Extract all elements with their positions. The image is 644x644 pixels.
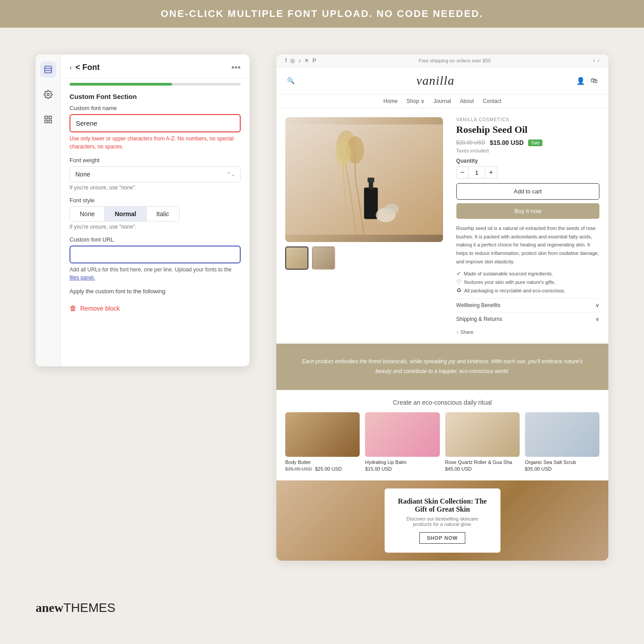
- font-style-normal-btn[interactable]: Normal: [105, 207, 146, 221]
- editor-panel: ‹ < Font ••• Custom Font Section: [36, 54, 250, 366]
- custom-font-name-hint: Use only lower or upper characters from …: [70, 135, 241, 151]
- url-hint: Add all URLs for this font here, one per…: [70, 266, 241, 282]
- product-features: ✓Made of sustainable sourced ingredients…: [456, 270, 599, 294]
- svg-rect-12: [364, 188, 378, 219]
- product-images: [285, 117, 443, 335]
- quantity-value: 1: [469, 166, 485, 179]
- sidebar-icon-settings[interactable]: [40, 86, 56, 103]
- social-facebook[interactable]: f: [285, 57, 287, 64]
- store-search-icon[interactable]: 🔍: [287, 77, 295, 84]
- nav-cart-icon[interactable]: 🛍: [591, 77, 598, 85]
- font-style-none-btn[interactable]: None: [70, 207, 105, 221]
- nav-account-icon[interactable]: 👤: [576, 77, 585, 85]
- font-style-hint: If you're unsure, use "none".: [70, 224, 241, 230]
- topbar-arrow-left[interactable]: ‹: [593, 57, 595, 64]
- accordion-wellbeing-chevron: ∨: [595, 302, 599, 308]
- font-style-label: Font style: [70, 197, 241, 204]
- panel-main: ‹ < Font ••• Custom Font Section: [61, 54, 250, 366]
- social-pinterest[interactable]: P: [312, 57, 316, 64]
- nav-contact[interactable]: Contact: [483, 98, 501, 104]
- custom-font-name-label: Custom font name: [70, 105, 241, 111]
- product-card-img-1: [285, 412, 360, 457]
- share-icon: ↑: [456, 329, 459, 335]
- accordion-shipping[interactable]: Shipping & Returns ∨: [456, 312, 599, 326]
- back-arrow[interactable]: ‹: [70, 64, 72, 72]
- store-topbar: f ◎ ♪ ✕ P Free shipping on orders over $…: [276, 54, 608, 67]
- store-subnav: Home Shop ∨ Journal About Contact: [276, 94, 608, 108]
- svg-rect-6: [45, 120, 47, 123]
- custom-font-name-input[interactable]: [70, 114, 241, 132]
- custom-font-section-title: Custom Font Section: [61, 86, 250, 105]
- share-link[interactable]: ↑ Share: [456, 326, 599, 335]
- bottom-hero-subtitle: Discover our bestselling skincare produc…: [397, 516, 488, 527]
- custom-font-url-input[interactable]: [70, 246, 241, 263]
- buy-now-button[interactable]: Buy it now: [456, 203, 599, 219]
- topbar-arrow-right[interactable]: ›: [598, 57, 599, 64]
- product-card-name-4: Organic Sea Salt Scrub: [525, 459, 599, 465]
- sidebar-icon-grid[interactable]: [40, 111, 56, 127]
- custom-font-url-field: Custom font URL Add all URLs for this fo…: [61, 236, 250, 288]
- font-style-italic-btn[interactable]: Italic: [147, 207, 179, 221]
- bottom-hero-card: Radiant Skin Collection: The Gift of Gre…: [385, 488, 500, 553]
- add-to-cart-button[interactable]: Add to cart: [456, 183, 599, 200]
- product-thumb-2[interactable]: [312, 246, 335, 270]
- product-card-img-3: [445, 412, 520, 457]
- product-feature-2: ♡Nurtures your skin with pure nature's g…: [456, 279, 599, 285]
- qty-increase-btn[interactable]: +: [485, 166, 497, 179]
- bottom-hero-shop-btn[interactable]: SHOP NOW: [419, 532, 466, 544]
- accordion-wellbeing[interactable]: Wellbeing Benefits ∨: [456, 298, 599, 312]
- products-grid-title: Create an eco-conscious daily ritual: [285, 399, 599, 406]
- font-weight-hint: If you're unsure, use "none".: [70, 185, 241, 191]
- store-social-icons: f ◎ ♪ ✕ P: [285, 57, 316, 64]
- font-weight-select-wrapper: None 100 200 300 400 700 900: [70, 166, 241, 182]
- product-card-2[interactable]: Hydrating Lip Balm $15.00 USD: [365, 412, 439, 472]
- sidebar-icon-layers[interactable]: [40, 62, 56, 78]
- brand-name: anewTHEMES: [36, 601, 115, 615]
- product-card-new-2: $15.00 USD: [365, 466, 392, 472]
- product-info: VANILLA COSMETICS Rosehip Seed Oil $20.0…: [452, 117, 599, 335]
- product-feature-3: ♻All packaging is recyclable and eco-con…: [456, 287, 599, 294]
- quantity-label: Quantity: [456, 158, 599, 164]
- product-price-old: $20.00 USD: [456, 139, 485, 146]
- products-grid: Body Butter $35.00 USD $25.00 USD Hydrat…: [285, 412, 599, 472]
- font-weight-select[interactable]: None 100 200 300 400 700 900: [70, 166, 241, 182]
- pampas-svg: [285, 117, 443, 242]
- product-card-3[interactable]: Rose Quartz Roller & Gua Sha $45.00 USD: [445, 412, 520, 472]
- product-card-new-3: $45.00 USD: [445, 466, 472, 472]
- product-description: Rosehip seed oil is a natural oil extrac…: [456, 224, 599, 266]
- product-thumbnails: [285, 246, 443, 270]
- nav-about[interactable]: About: [460, 98, 474, 104]
- nav-journal[interactable]: Journal: [434, 98, 451, 104]
- bottom-hero-title: Radiant Skin Collection: The Gift of Gre…: [397, 497, 488, 513]
- store-nav: 🔍 vanilla 👤 🛍: [276, 67, 608, 94]
- social-x[interactable]: ✕: [304, 57, 309, 64]
- product-card-1[interactable]: Body Butter $35.00 USD $25.00 USD: [285, 412, 360, 472]
- product-card-new-4: $35.00 USD: [525, 466, 552, 472]
- product-card-name-1: Body Butter: [285, 459, 360, 465]
- products-grid-section: Create an eco-conscious daily ritual Bod…: [276, 390, 608, 480]
- panel-menu-dots[interactable]: •••: [231, 62, 241, 73]
- remove-block-btn[interactable]: 🗑 Remove block: [61, 299, 250, 320]
- svg-rect-8: [285, 124, 443, 235]
- apply-hint: Apply the custom font to the following: [61, 288, 250, 299]
- files-panel-link[interactable]: files panel.: [70, 275, 95, 281]
- social-instagram[interactable]: ◎: [290, 57, 295, 64]
- product-feature-1: ✓Made of sustainable sourced ingredients…: [456, 270, 599, 277]
- product-tax-info: Taxes included.: [456, 148, 599, 153]
- product-thumb-1[interactable]: [285, 246, 308, 270]
- panel-title: < Font: [75, 63, 100, 72]
- nav-home[interactable]: Home: [383, 98, 398, 104]
- store-logo[interactable]: vanilla: [416, 74, 455, 88]
- remove-block-label: Remove block: [80, 305, 120, 312]
- social-tiktok[interactable]: ♪: [298, 57, 301, 64]
- font-style-field: Font style None Normal Italic If you're …: [61, 197, 250, 236]
- nav-shop[interactable]: Shop ∨: [406, 98, 424, 104]
- product-card-img-2: [365, 412, 439, 457]
- product-card-prices-1: $35.00 USD $25.00 USD: [285, 466, 360, 472]
- quantity-row: − 1 +: [456, 166, 599, 179]
- product-card-4[interactable]: Organic Sea Salt Scrub $35.00 USD: [525, 412, 599, 472]
- product-card-img-4: [525, 412, 599, 457]
- brand-footer: anewTHEMES: [0, 587, 644, 628]
- qty-decrease-btn[interactable]: −: [456, 166, 469, 179]
- product-card-prices-3: $45.00 USD: [445, 466, 520, 472]
